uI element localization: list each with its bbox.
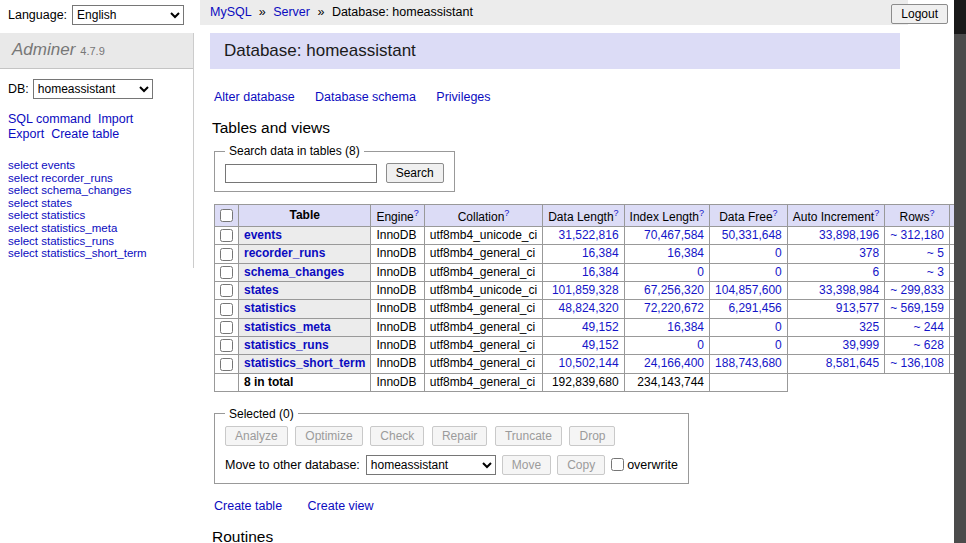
create-table-link[interactable]: Create table: [214, 499, 282, 513]
logout-button[interactable]: Logout: [891, 4, 948, 24]
table-name-link[interactable]: statistics_meta: [244, 320, 331, 334]
drop-button[interactable]: Drop: [569, 426, 615, 446]
auto-increment-link[interactable]: 39,999: [842, 338, 879, 352]
database-schema-link[interactable]: Database schema: [315, 90, 416, 104]
sidebar-table-link-statistics[interactable]: select statistics: [8, 209, 185, 222]
analyze-button[interactable]: Analyze: [225, 426, 288, 446]
data-free-link[interactable]: 0: [775, 320, 782, 334]
db-select[interactable]: homeassistant: [33, 79, 153, 99]
data-free-link[interactable]: 50,331,648: [722, 228, 782, 242]
index-length-link[interactable]: 16,384: [667, 320, 704, 334]
help-link[interactable]: ?: [614, 208, 619, 218]
overwrite-checkbox[interactable]: [611, 458, 624, 471]
auto-increment-link[interactable]: 6: [872, 265, 879, 279]
row-checkbox[interactable]: [220, 303, 233, 316]
help-link[interactable]: ?: [699, 208, 704, 218]
help-link[interactable]: ?: [930, 208, 935, 218]
auto-increment-link[interactable]: 8,581,645: [826, 356, 879, 370]
data-length-link[interactable]: 16,384: [582, 246, 619, 260]
sidebar-table-link-events[interactable]: select events: [8, 159, 185, 172]
data-free-link[interactable]: 0: [775, 338, 782, 352]
data-free-link[interactable]: 0: [775, 246, 782, 260]
rows-count-link[interactable]: ~ 136,108: [890, 356, 944, 370]
sidebar-link-sql-command[interactable]: SQL command: [8, 112, 91, 126]
data-length-link[interactable]: 101,859,328: [552, 283, 619, 297]
sidebar-table-link-states[interactable]: select states: [8, 197, 185, 210]
row-checkbox[interactable]: [220, 229, 233, 242]
index-length-link[interactable]: 0: [697, 265, 704, 279]
scrollbar[interactable]: [954, 0, 966, 543]
alter-database-link[interactable]: Alter database: [214, 90, 295, 104]
row-checkbox[interactable]: [220, 266, 233, 279]
row-checkbox[interactable]: [220, 321, 233, 334]
data-free-link[interactable]: 104,857,600: [715, 283, 782, 297]
row-checkbox[interactable]: [220, 248, 233, 261]
auto-increment-link[interactable]: 325: [859, 320, 879, 334]
table-name-link[interactable]: schema_changes: [244, 265, 344, 279]
optimize-button[interactable]: Optimize: [295, 426, 362, 446]
help-link[interactable]: ?: [874, 208, 879, 218]
help-link[interactable]: ?: [504, 208, 509, 218]
breadcrumb-link-server[interactable]: Server: [273, 5, 310, 19]
scrollbar-thumb[interactable]: [954, 0, 966, 34]
rows-count-link[interactable]: ~ 628: [914, 338, 944, 352]
privileges-link[interactable]: Privileges: [436, 90, 490, 104]
help-link[interactable]: ?: [414, 208, 419, 218]
sidebar-table-link-schema-changes[interactable]: select schema_changes: [8, 184, 185, 197]
sidebar-table-link-statistics-meta[interactable]: select statistics_meta: [8, 222, 185, 235]
index-length-link[interactable]: 0: [697, 338, 704, 352]
sidebar-table-link-statistics-runs[interactable]: select statistics_runs: [8, 235, 185, 248]
data-length-link[interactable]: 16,384: [582, 265, 619, 279]
data-free-link[interactable]: 6,291,456: [728, 301, 781, 315]
rows-count-link[interactable]: ~ 312,180: [890, 228, 944, 242]
sidebar-link-create-table[interactable]: Create table: [51, 127, 119, 141]
select-all-checkbox[interactable]: [220, 209, 233, 222]
sidebar-link-export[interactable]: Export: [8, 127, 44, 141]
index-length-link[interactable]: 24,166,400: [644, 356, 704, 370]
rows-count-link[interactable]: ~ 569,159: [890, 301, 944, 315]
breadcrumb-link-mysql[interactable]: MySQL: [210, 5, 251, 19]
table-name-link[interactable]: statistics: [244, 301, 296, 315]
copy-button[interactable]: Copy: [557, 455, 605, 475]
language-select[interactable]: English: [72, 5, 184, 25]
index-length-link[interactable]: 72,220,672: [644, 301, 704, 315]
check-button[interactable]: Check: [370, 426, 424, 446]
row-checkbox[interactable]: [220, 358, 233, 371]
data-length-link[interactable]: 31,522,816: [559, 228, 619, 242]
index-length-link[interactable]: 70,467,584: [644, 228, 704, 242]
data-length-link[interactable]: 49,152: [582, 320, 619, 334]
table-name-link[interactable]: statistics_runs: [244, 338, 329, 352]
move-button[interactable]: Move: [502, 455, 551, 475]
rows-count-link[interactable]: ~ 244: [914, 320, 944, 334]
row-checkbox[interactable]: [220, 284, 233, 297]
data-free-link[interactable]: 188,743,680: [715, 356, 782, 370]
truncate-button[interactable]: Truncate: [495, 426, 562, 446]
data-free-link[interactable]: 0: [775, 265, 782, 279]
data-length-link[interactable]: 10,502,144: [559, 356, 619, 370]
sidebar-table-link-recorder-runs[interactable]: select recorder_runs: [8, 172, 185, 185]
rows-count-link[interactable]: ~ 5: [927, 246, 944, 260]
index-length-link[interactable]: 16,384: [667, 246, 704, 260]
adminer-logo-link[interactable]: Adminer: [12, 40, 75, 59]
auto-increment-link[interactable]: 378: [859, 246, 879, 260]
table-name-link[interactable]: recorder_runs: [244, 246, 325, 260]
search-input[interactable]: [225, 164, 377, 183]
index-length-link[interactable]: 67,256,320: [644, 283, 704, 297]
table-name-link[interactable]: states: [244, 283, 279, 297]
auto-increment-link[interactable]: 33,898,196: [819, 228, 879, 242]
auto-increment-link[interactable]: 913,577: [836, 301, 879, 315]
row-checkbox[interactable]: [220, 339, 233, 352]
table-name-link[interactable]: statistics_short_term: [244, 356, 365, 370]
sidebar-table-link-statistics-short-term[interactable]: select statistics_short_term: [8, 247, 185, 260]
data-length-link[interactable]: 49,152: [582, 338, 619, 352]
search-button[interactable]: Search: [386, 163, 444, 183]
auto-increment-link[interactable]: 33,398,984: [819, 283, 879, 297]
help-link[interactable]: ?: [773, 208, 778, 218]
table-name-link[interactable]: events: [244, 228, 282, 242]
create-view-link[interactable]: Create view: [308, 499, 374, 513]
sidebar-link-import[interactable]: Import: [98, 112, 133, 126]
rows-count-link[interactable]: ~ 299,833: [890, 283, 944, 297]
rows-count-link[interactable]: ~ 3: [927, 265, 944, 279]
data-length-link[interactable]: 48,824,320: [559, 301, 619, 315]
repair-button[interactable]: Repair: [432, 426, 487, 446]
